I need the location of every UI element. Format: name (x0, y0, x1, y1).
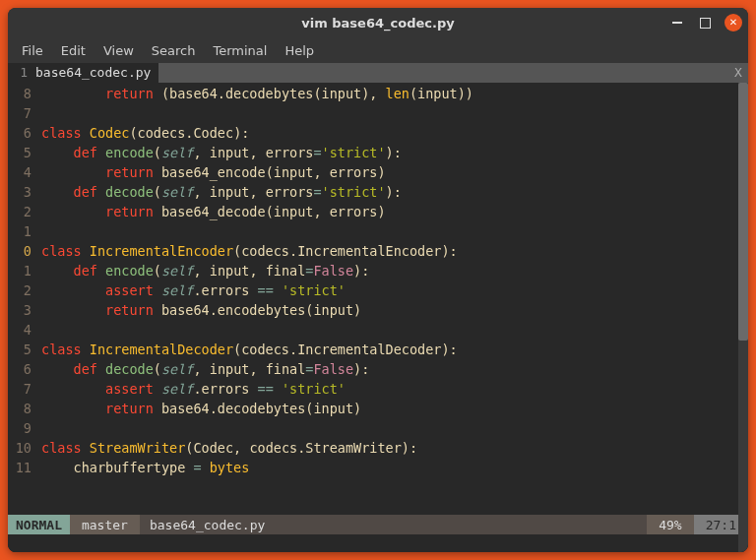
code-line[interactable]: 4 (8, 320, 748, 340)
line-number: 6 (8, 359, 41, 379)
code-line[interactable]: 10class StreamWriter(Codec, codecs.Strea… (8, 438, 748, 458)
statusline: NORMAL master base64_codec.py 49% 27:1 (8, 515, 748, 534)
code-line[interactable]: 5class IncrementalDecoder(codecs.Increme… (8, 340, 748, 359)
close-button[interactable] (724, 14, 742, 31)
code-line[interactable]: 8 return base64.decodebytes(input) (8, 399, 748, 418)
code-content[interactable]: return (base64.decodebytes(input), len(i… (41, 84, 748, 103)
tab-index: 1 (8, 63, 33, 83)
code-line[interactable]: 0class IncrementalEncoder(codecs.Increme… (8, 241, 748, 261)
scrollbar-vertical[interactable] (738, 83, 748, 552)
code-line[interactable]: 6 def decode(self, input, final=False): (8, 359, 748, 379)
status-file: base64_codec.py (140, 518, 275, 532)
menu-item-search[interactable]: Search (144, 40, 204, 61)
line-number: 4 (8, 320, 41, 340)
menubar: FileEditViewSearchTerminalHelp (8, 37, 748, 63)
code-line[interactable]: 6class Codec(codecs.Codec): (8, 123, 748, 143)
vim-cmdline[interactable] (8, 534, 748, 552)
code-content[interactable]: class IncrementalEncoder(codecs.Incremen… (41, 241, 748, 261)
code-content[interactable]: def decode(self, input, final=False): (41, 359, 748, 379)
minimize-button[interactable] (669, 15, 685, 31)
line-number: 6 (8, 123, 41, 143)
menu-item-edit[interactable]: Edit (53, 40, 94, 61)
code-content[interactable] (41, 221, 748, 241)
code-content[interactable]: class StreamWriter(Codec, codecs.StreamW… (41, 438, 748, 458)
vim-tabline: 1 base64_codec.py X (8, 63, 748, 83)
line-number: 8 (8, 399, 41, 418)
line-number: 5 (8, 340, 41, 359)
window-titlebar: vim base64_codec.py (8, 8, 748, 37)
code-content[interactable] (41, 320, 748, 340)
tab-active[interactable]: base64_codec.py (33, 63, 158, 83)
code-content[interactable]: def decode(self, input, errors='strict')… (41, 182, 748, 202)
line-number: 1 (8, 261, 41, 280)
terminal-window: vim base64_codec.py FileEditViewSearchTe… (8, 8, 748, 552)
code-content[interactable]: class Codec(codecs.Codec): (41, 123, 748, 143)
code-line[interactable]: 1 (8, 221, 748, 241)
line-number: 3 (8, 300, 41, 320)
code-line[interactable]: 8 return (base64.decodebytes(input), len… (8, 84, 748, 103)
scrollbar-thumb[interactable] (738, 83, 748, 341)
menu-item-help[interactable]: Help (277, 40, 322, 61)
code-content[interactable]: return base64_decode(input, errors) (41, 202, 748, 221)
code-line[interactable]: 2 assert self.errors == 'strict' (8, 280, 748, 300)
line-number: 0 (8, 241, 41, 261)
window-title: vim base64_codec.py (8, 16, 748, 31)
code-line[interactable]: 7 (8, 103, 748, 123)
code-content[interactable]: class IncrementalDecoder(codecs.Incremen… (41, 340, 748, 359)
code-line[interactable]: 1 def encode(self, input, final=False): (8, 261, 748, 280)
line-number: 7 (8, 103, 41, 123)
tab-close[interactable]: X (728, 63, 748, 83)
line-number: 11 (8, 458, 41, 477)
line-number: 2 (8, 202, 41, 221)
menu-item-view[interactable]: View (95, 40, 142, 61)
code-line[interactable]: 3 return base64.encodebytes(input) (8, 300, 748, 320)
code-content[interactable]: assert self.errors == 'strict' (41, 280, 748, 300)
code-content[interactable]: return base64.encodebytes(input) (41, 300, 748, 320)
code-line[interactable]: 9 (8, 418, 748, 438)
code-content[interactable]: return base64_encode(input, errors) (41, 162, 748, 182)
code-content[interactable] (41, 418, 748, 438)
status-mode: NORMAL (8, 515, 70, 534)
line-number: 4 (8, 162, 41, 182)
line-number: 7 (8, 379, 41, 399)
code-content[interactable] (41, 103, 748, 123)
tab-fill (158, 63, 728, 83)
maximize-button[interactable] (697, 15, 713, 31)
code-content[interactable]: def encode(self, input, final=False): (41, 261, 748, 280)
line-number: 2 (8, 280, 41, 300)
menu-item-terminal[interactable]: Terminal (205, 40, 275, 61)
code-line[interactable]: 5 def encode(self, input, errors='strict… (8, 143, 748, 162)
line-number: 9 (8, 418, 41, 438)
code-line[interactable]: 7 assert self.errors == 'strict' (8, 379, 748, 399)
code-content[interactable]: assert self.errors == 'strict' (41, 379, 748, 399)
line-number: 3 (8, 182, 41, 202)
code-line[interactable]: 4 return base64_encode(input, errors) (8, 162, 748, 182)
window-controls (669, 8, 742, 37)
line-number: 10 (8, 438, 41, 458)
code-line[interactable]: 2 return base64_decode(input, errors) (8, 202, 748, 221)
terminal-area[interactable]: 1 base64_codec.py X 8 return (base64.dec… (8, 63, 748, 552)
code-content[interactable]: return base64.decodebytes(input) (41, 399, 748, 418)
line-number: 8 (8, 84, 41, 103)
line-number: 5 (8, 143, 41, 162)
code-line[interactable]: 11 charbuffertype = bytes (8, 458, 748, 477)
editor[interactable]: 8 return (base64.decodebytes(input), len… (8, 83, 748, 515)
code-line[interactable]: 3 def decode(self, input, errors='strict… (8, 182, 748, 202)
code-content[interactable]: def encode(self, input, errors='strict')… (41, 143, 748, 162)
status-percent: 49% (647, 515, 693, 534)
line-number: 1 (8, 221, 41, 241)
menu-item-file[interactable]: File (14, 40, 51, 61)
status-branch: master (70, 515, 140, 534)
code-content[interactable]: charbuffertype = bytes (41, 458, 748, 477)
